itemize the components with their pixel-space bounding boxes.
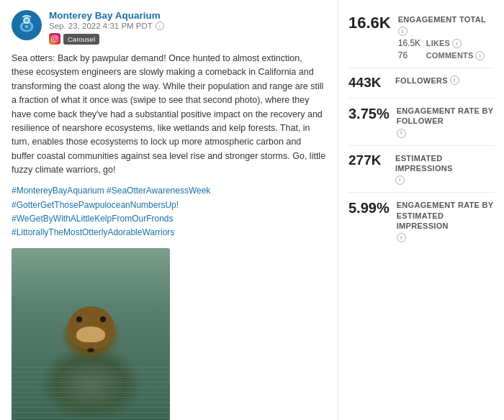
post-date: Sep. 23, 2022 4:31 PM PDT i xyxy=(49,22,326,30)
otter-face xyxy=(76,327,105,342)
engagement-total-right: ENGAGEMENT TOTAL i 16.5K LIKES i 76 COMM… xyxy=(398,14,494,60)
engagement-rate-follower-label: ENGAGEMENT RATE BY FOLLOWER i xyxy=(397,106,494,138)
estimated-impressions-right: ESTIMATED IMPRESSIONS i xyxy=(395,153,494,186)
date-info-icon[interactable]: i xyxy=(156,22,164,30)
instagram-icon xyxy=(49,33,60,45)
estimated-impressions-label: ESTIMATED IMPRESSIONS i xyxy=(395,153,494,186)
likes-value: 16.5K xyxy=(398,38,423,48)
engagement-rate-impression-value: 5.99% xyxy=(348,200,390,216)
svg-point-7 xyxy=(53,37,56,40)
followers-main: 443K FOLLOWERS i xyxy=(348,76,494,91)
followers-right: FOLLOWERS i xyxy=(395,76,494,86)
engagement-rate-impression-right: ENGAGEMENT RATE BY ESTIMATED IMPRESSION … xyxy=(397,200,494,242)
metrics-panel: 16.6K ENGAGEMENT TOTAL i 16.5K LIKES i 7… xyxy=(338,0,504,420)
engagement-rate-follower-value: 3.75% xyxy=(348,106,390,122)
water-ripple xyxy=(12,365,170,420)
estimated-impressions-section: 277K ESTIMATED IMPRESSIONS i xyxy=(348,146,494,193)
engagement-rate-impression-info-icon[interactable]: i xyxy=(397,233,406,242)
engagement-total-section: 16.6K ENGAGEMENT TOTAL i 16.5K LIKES i 7… xyxy=(348,7,494,68)
post-text: Sea otters: Back by pawpular demand! Onc… xyxy=(12,52,326,177)
engagement-total-main: 16.6K ENGAGEMENT TOTAL i 16.5K LIKES i 7… xyxy=(348,14,494,60)
comments-row: 76 COMMENTS i xyxy=(398,50,494,60)
otter-illustration xyxy=(12,248,170,420)
platform-badge: Carousel xyxy=(49,33,326,45)
likes-info-icon[interactable]: i xyxy=(452,39,462,48)
estimated-impressions-info-icon[interactable]: i xyxy=(395,175,405,185)
engagement-rate-follower-info-icon[interactable]: i xyxy=(397,129,406,138)
svg-point-5 xyxy=(24,19,29,23)
svg-rect-6 xyxy=(52,36,58,42)
svg-point-8 xyxy=(56,37,57,37)
post-panel: Monterey Bay Aquarium Sep. 23, 2022 4:31… xyxy=(0,0,338,420)
comments-value: 76 xyxy=(398,50,423,60)
post-image xyxy=(12,248,170,420)
hashtags: #MontereyBayAquarium #SeaOtterAwarenessW… xyxy=(12,184,326,239)
estimated-impressions-main: 277K ESTIMATED IMPRESSIONS i xyxy=(348,153,494,186)
comments-label: COMMENTS i xyxy=(426,51,485,60)
followers-value: 443K xyxy=(348,76,388,91)
engagement-total-info-icon[interactable]: i xyxy=(398,27,408,36)
otter-eye-left xyxy=(76,316,82,322)
otter-eye-right xyxy=(100,316,106,322)
likes-row: 16.5K LIKES i xyxy=(398,38,494,48)
followers-info-icon[interactable]: i xyxy=(450,76,459,85)
engagement-total-label: ENGAGEMENT TOTAL i xyxy=(398,14,494,36)
engagement-rate-impression-label: ENGAGEMENT RATE BY ESTIMATED IMPRESSION … xyxy=(397,200,494,242)
likes-label: LIKES i xyxy=(426,39,462,48)
post-meta: Monterey Bay Aquarium Sep. 23, 2022 4:31… xyxy=(49,10,326,45)
post-header: Monterey Bay Aquarium Sep. 23, 2022 4:31… xyxy=(12,10,326,45)
engagement-rate-follower-right: ENGAGEMENT RATE BY FOLLOWER i xyxy=(397,106,494,138)
avatar xyxy=(12,10,42,40)
otter-nose xyxy=(87,348,94,352)
followers-label: FOLLOWERS i xyxy=(395,76,494,86)
followers-section: 443K FOLLOWERS i xyxy=(348,68,494,99)
engagement-rate-follower-main: 3.75% ENGAGEMENT RATE BY FOLLOWER i xyxy=(348,106,494,138)
engagement-rate-impression-section: 5.99% ENGAGEMENT RATE BY ESTIMATED IMPRE… xyxy=(348,193,494,250)
svg-point-3 xyxy=(24,25,29,29)
otter-head xyxy=(68,306,114,350)
engagement-total-value: 16.6K xyxy=(348,14,391,32)
carousel-badge: Carousel xyxy=(63,34,99,45)
estimated-impressions-value: 277K xyxy=(348,153,388,168)
account-name[interactable]: Monterey Bay Aquarium xyxy=(49,10,326,21)
engagement-rate-follower-section: 3.75% ENGAGEMENT RATE BY FOLLOWER i xyxy=(348,99,494,146)
engagement-rate-impression-main: 5.99% ENGAGEMENT RATE BY ESTIMATED IMPRE… xyxy=(348,200,494,242)
comments-info-icon[interactable]: i xyxy=(475,51,485,60)
